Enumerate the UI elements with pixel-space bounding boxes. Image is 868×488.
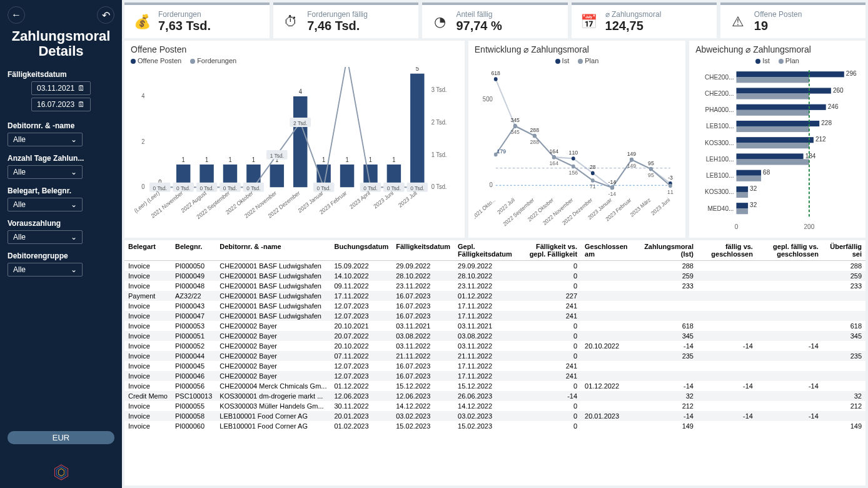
table-header[interactable]: Geschlossen am [581, 240, 635, 261]
table-cell: 29.09.2022 [454, 261, 522, 272]
svg-text:0: 0 [489, 181, 493, 189]
svg-text:2023 April: 2023 April [349, 190, 371, 210]
currency-button[interactable]: EUR [8, 431, 114, 444]
filter-select-3[interactable]: Alle⌄ [8, 230, 83, 244]
chart-title: Entwicklung ⌀ Zahlungsmoral [475, 44, 679, 54]
data-table[interactable]: BelegartBelegnr.Debitornr. & -nameBuchun… [124, 240, 865, 485]
table-cell: 259 [635, 271, 697, 281]
table-row[interactable]: InvoicePI000049CHE200001 BASF Ludwigshaf… [124, 271, 865, 281]
svg-text:2: 2 [141, 138, 145, 145]
table-cell: CHE200004 Merck Chmicals Gm... [216, 381, 330, 391]
table-header[interactable]: Belegnr. [171, 240, 216, 261]
table-header[interactable]: Überfällig sei [822, 240, 865, 261]
table-cell: -14 [757, 411, 822, 421]
svg-point-85 [494, 77, 498, 81]
chart-title: Abweichung ⌀ Zahlungsmoral [695, 44, 859, 54]
svg-rect-151 [737, 137, 814, 143]
svg-text:1: 1 [322, 156, 326, 163]
svg-rect-167 [737, 203, 749, 208]
svg-text:KOS300...: KOS300... [705, 139, 734, 146]
table-header[interactable]: Belegart [124, 240, 171, 261]
table-cell: PI000049 [171, 271, 216, 281]
table-cell: Invoice [124, 411, 171, 421]
svg-rect-144 [737, 110, 809, 116]
chevron-down-icon: ⌄ [71, 168, 77, 176]
table-cell: CHE200002 Bayer [216, 341, 330, 351]
svg-text:149: 149 [627, 163, 635, 170]
table-header[interactable]: Debitornr. & -name [216, 240, 330, 261]
table-row[interactable]: InvoicePI000056CHE200004 Merck Chmicals … [124, 381, 865, 391]
svg-text:-3: -3 [668, 174, 673, 181]
svg-text:2023 Juli: 2023 Juli [397, 190, 418, 209]
table-row[interactable]: InvoicePI000046CHE200002 Bayer12.07.2023… [124, 371, 865, 381]
table-row[interactable]: InvoicePI000051CHE200002 Bayer20.07.2022… [124, 331, 865, 341]
table-row[interactable]: InvoicePI000052CHE200002 Bayer20.10.2022… [124, 341, 865, 351]
table-header[interactable]: Fälligkeitsdatum [392, 240, 454, 261]
svg-text:KOS300...: KOS300... [705, 188, 734, 195]
table-header[interactable]: Gepl. Fälligkeitsdatum [454, 240, 522, 261]
filter-select-4[interactable]: Alle⌄ [8, 263, 83, 277]
table-row[interactable]: InvoicePI000045CHE200002 Bayer12.07.2023… [124, 361, 865, 371]
date-to-input[interactable]: 16.07.2023🗓 [31, 98, 91, 111]
table-header[interactable]: Fälligkeit vs. gepl. Fälligkeit [522, 240, 581, 261]
table-cell [581, 401, 635, 411]
table-cell: PI000052 [171, 341, 216, 351]
table-row[interactable]: InvoicePI000053CHE200002 Bayer20.10.2021… [124, 321, 865, 331]
svg-rect-156 [737, 159, 809, 165]
filter-select-2[interactable]: Alle⌄ [8, 198, 83, 211]
table-row[interactable]: InvoicePI000050CHE200001 BASF Ludwigshaf… [124, 261, 865, 272]
table-cell: 241 [522, 301, 581, 311]
chart-offene-posten: Offene Posten Offene Posten Forderungen … [124, 41, 465, 238]
kpi-value: 7,63 Tsd. [158, 19, 211, 33]
table-cell: Invoice [124, 371, 171, 381]
table-cell: 233 [822, 281, 865, 291]
table-row[interactable]: InvoicePI000058LEB100001 Food Corner AG2… [124, 411, 865, 421]
filter-label: Anzahl Tage Zahlun... [8, 154, 114, 163]
table-row[interactable]: InvoicePI000047CHE200001 BASF Ludwigshaf… [124, 311, 865, 321]
svg-rect-140 [737, 93, 809, 99]
chart-abweichung: Abweichung ⌀ Zahlungsmoral Ist Plan CHE2… [689, 41, 865, 238]
table-cell [697, 291, 757, 301]
table-header[interactable]: fällig vs. geschlossen [697, 240, 757, 261]
table-cell: CHE200002 Bayer [216, 361, 330, 371]
table-cell [757, 291, 822, 301]
table-cell: 241 [522, 311, 581, 321]
table-row[interactable]: InvoicePI000060LEB100001 Food Corner AG0… [124, 421, 865, 431]
forderungen-faellig-icon: ⏱ [281, 12, 301, 32]
table-cell: 12.06.2023 [330, 391, 392, 401]
table-row[interactable]: InvoicePI000044CHE200002 Bayer07.11.2022… [124, 351, 865, 361]
table-row[interactable]: InvoicePI000048CHE200001 BASF Ludwigshaf… [124, 281, 865, 291]
table-cell: PI000060 [171, 421, 216, 431]
table-row[interactable]: PaymentAZ32/22CHE200001 BASF Ludwigshafe… [124, 291, 865, 301]
undo-icon[interactable]: ↶ [97, 6, 114, 24]
table-cell: 235 [635, 351, 697, 361]
svg-text:0 Tsd.: 0 Tsd. [199, 185, 213, 191]
table-cell: CHE200001 BASF Ludwigshafen [216, 291, 330, 301]
table-cell [697, 401, 757, 411]
table-header[interactable]: Zahlungsmoral (Ist) [635, 240, 697, 261]
table-cell: 21.11.2022 [454, 351, 522, 361]
svg-text:164: 164 [549, 148, 558, 155]
table-cell: PI000055 [171, 401, 216, 411]
date-from-input[interactable]: 03.11.2021🗓 [31, 81, 91, 95]
filter-select-1[interactable]: Alle⌄ [8, 165, 83, 179]
filter-select-0[interactable]: Alle⌄ [8, 133, 83, 146]
table-cell: 12.07.2023 [330, 361, 392, 371]
chevron-down-icon: ⌄ [71, 265, 77, 274]
table-header[interactable]: Buchungsdatum [330, 240, 392, 261]
table-cell: PI000045 [171, 361, 216, 371]
svg-text:260: 260 [833, 86, 844, 93]
table-row[interactable]: InvoicePI000055KOS300003 Müller Handels … [124, 401, 865, 411]
table-cell: KOS300001 dm-drogerie markt ... [216, 391, 330, 401]
table-cell: 0 [522, 281, 581, 291]
back-icon[interactable]: ← [8, 6, 25, 24]
kpi-label: Offene Posten [754, 10, 802, 19]
table-row[interactable]: InvoicePI000043CHE200001 BASF Ludwigshaf… [124, 301, 865, 311]
chart-title: Offene Posten [131, 44, 458, 54]
svg-point-98 [552, 155, 556, 159]
table-header[interactable]: gepl. fällig vs. geschlossen [757, 240, 822, 261]
table-cell: CHE200002 Bayer [216, 371, 330, 381]
table-row[interactable]: Credit MemoPSC100013KOS300001 dm-drogeri… [124, 391, 865, 401]
table-cell [757, 261, 822, 272]
svg-point-97 [533, 134, 537, 138]
